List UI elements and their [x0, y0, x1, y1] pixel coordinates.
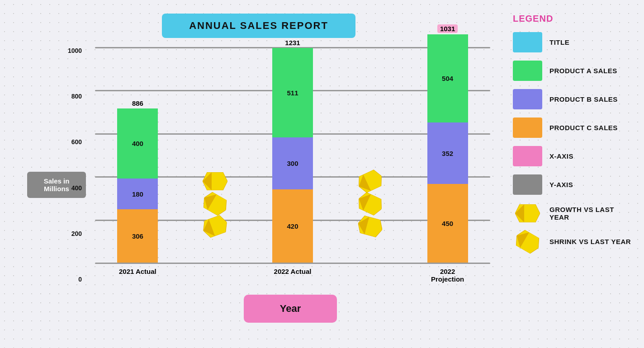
legend-item-product-c: PRODUCT C SALES	[513, 118, 635, 138]
y-tick-0: 0	[78, 276, 82, 283]
legend-swatch-product-a	[513, 61, 542, 81]
legend-item-product-a: PRODUCT A SALES	[513, 61, 635, 81]
bar-seg-2022a-c: 420	[272, 189, 313, 263]
bar-total-2022p: 1031	[437, 24, 458, 33]
bar-stack-2022a: 420 300 511	[272, 48, 313, 263]
arrow-down-b-2	[355, 190, 385, 217]
legend-item-title: TITLE	[513, 32, 635, 52]
x-axis-text: Year	[280, 303, 301, 314]
x-axis-captions: 2021 Actual 2022 Actual 2022 Projection	[90, 268, 490, 283]
chart-inner: 1000 800 600 400 200 0	[90, 47, 490, 323]
x-label-2021: 2021 Actual	[117, 268, 158, 283]
bar-seg-2021-a: 400	[117, 108, 158, 179]
bar-seg-2022a-a: 511	[272, 48, 313, 137]
legend-label-product-a: PRODUCT A SALES	[549, 67, 617, 75]
arrow-up-a-2	[356, 215, 384, 239]
legend-swatch-product-c	[513, 118, 542, 138]
arrow-up-c-1	[203, 172, 227, 190]
bar-stack-2021: 306 180 400	[117, 108, 158, 263]
legend-label-product-c: PRODUCT C SALES	[549, 124, 618, 132]
y-tick-1000: 1000	[68, 47, 82, 54]
legend-label-shrink: SHRINK VS LAST YEAR	[549, 238, 631, 245]
bar-total-2021: 886	[132, 99, 143, 107]
svg-marker-14	[512, 227, 543, 255]
legend-swatch-y-axis	[513, 174, 542, 195]
chart-container: Sales in Millions 1000 800 600 400 200 0	[27, 47, 490, 323]
legend-label-title: TITLE	[549, 38, 569, 46]
bar-seg-2021-c: 306	[117, 209, 158, 263]
x-label-2022a: 2022 Actual	[272, 268, 313, 283]
legend-label-growth: GROWTH VS LAST YEAR	[549, 206, 635, 221]
arrow-down-b-1	[200, 190, 231, 218]
y-tick-400: 400	[71, 184, 82, 192]
arrow-up-a-1	[200, 214, 230, 239]
bar-total-2022a: 1231	[285, 39, 300, 47]
bar-stack-2022p: 450 352 504	[427, 34, 468, 263]
legend-arrow-shrink	[513, 231, 542, 252]
chart-area: ANNUAL SALES REPORT Sales in Millions 10…	[0, 0, 504, 332]
y-tick-600: 600	[71, 138, 82, 146]
arrow-up-c-2	[355, 168, 385, 194]
bar-seg-2022p-b: 352	[427, 122, 468, 184]
legend-swatch-x-axis	[513, 146, 542, 166]
y-tick-200: 200	[71, 230, 82, 237]
bar-seg-2022a-b: 300	[272, 137, 313, 189]
x-label-2022p: 2022 Projection	[427, 268, 468, 283]
bar-seg-2022p-c: 450	[427, 184, 468, 263]
bar-seg-2022p-a: 504	[427, 34, 468, 122]
svg-marker-6	[355, 168, 385, 194]
legend-item-product-b: PRODUCT B SALES	[513, 89, 635, 109]
bar-group-2022p: 1031 450 352 504	[427, 24, 468, 263]
growth-arrow-icon	[515, 204, 540, 222]
x-axis-pink-container: Year	[90, 289, 490, 323]
svg-marker-2	[200, 190, 231, 218]
legend-item-growth: GROWTH VS LAST YEAR	[513, 203, 635, 223]
legend-panel: LEGEND TITLE PRODUCT A SALES PRODUCT B S…	[504, 0, 644, 269]
legend-item-y-axis: Y-AXIS	[513, 174, 635, 195]
legend-title: LEGEND	[513, 14, 635, 24]
x-axis-pink: Year	[244, 295, 337, 323]
legend-arrow-growth	[513, 203, 542, 223]
shrink-arrow-icon	[512, 227, 543, 255]
arrows-2022a-2022p	[358, 172, 383, 235]
arrows-2021-2022	[203, 172, 227, 235]
page: ANNUAL SALES REPORT Sales in Millions 10…	[0, 0, 644, 348]
legend-label-x-axis: X-AXIS	[549, 152, 573, 160]
legend-label-y-axis: Y-AXIS	[549, 181, 573, 188]
y-tick-labels: 1000 800 600 400 200 0	[68, 47, 82, 283]
bar-seg-2021-b: 180	[117, 179, 158, 209]
grid-line-0	[95, 263, 490, 264]
bar-group-2022a: 1231 420 300 511	[272, 39, 313, 263]
legend-item-shrink: SHRINK VS LAST YEAR	[513, 231, 635, 252]
legend-label-product-b: PRODUCT B SALES	[549, 95, 618, 103]
svg-marker-4	[200, 214, 230, 239]
legend-swatch-title	[513, 32, 542, 52]
y-tick-800: 800	[71, 93, 82, 100]
legend-item-x-axis: X-AXIS	[513, 146, 635, 166]
svg-marker-8	[355, 190, 385, 217]
bar-group-2021: 886 306 180 400	[117, 99, 158, 263]
legend-swatch-product-b	[513, 89, 542, 109]
